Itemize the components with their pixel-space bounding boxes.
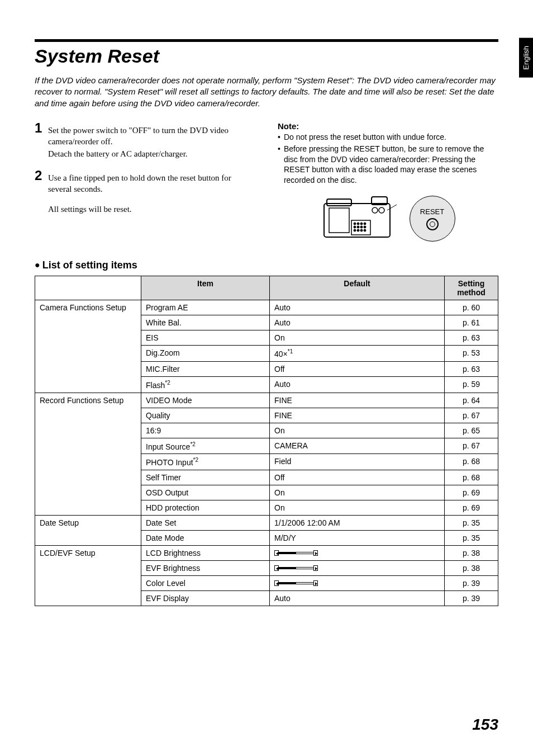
method-cell: p. 63 [445,361,498,376]
step-number: 2 [35,169,45,196]
step-body: Set the power switch to "OFF" to turn th… [48,121,255,161]
default-cell: Auto [270,376,445,393]
default-cell: Off [270,470,445,485]
category-cell: Date Setup [35,515,141,545]
svg-point-11 [354,226,356,228]
default-cell: CAMERA [270,438,445,454]
svg-point-10 [364,223,366,225]
method-cell: p. 69 [445,500,498,515]
item-cell: HDD protection [141,500,270,515]
slider-icon [274,580,318,587]
svg-point-3 [372,207,378,213]
default-cell: 1/1/2006 12:00 AM [270,515,445,530]
default-cell: Auto [270,590,445,606]
settings-table: Item Default Setting method Camera Funct… [35,276,498,606]
method-cell: p. 68 [445,470,498,485]
step-body: Use a fine tipped pen to hold down the r… [48,169,255,196]
item-cell: OSD Output [141,485,270,500]
camera-diagram: RESET [278,193,498,244]
svg-rect-1 [327,199,351,206]
default-cell: M/D/Y [270,530,445,545]
method-cell: p. 38 [445,545,498,560]
svg-point-15 [354,229,356,231]
svg-point-14 [364,226,366,228]
table-header-row: Item Default Setting method [35,276,498,300]
default-cell: On [270,423,445,438]
method-cell: p. 60 [445,300,498,315]
table-row: Date SetupDate Set1/1/2006 12:00 AMp. 35 [35,515,498,530]
table-row: Camera Functions SetupProgram AEAutop. 6… [35,300,498,315]
default-cell: Auto [270,315,445,330]
svg-point-8 [357,223,359,225]
steps-column: 1Set the power switch to "OFF" to turn t… [35,121,255,244]
method-cell: p. 68 [445,454,498,470]
item-cell: VIDEO Mode [141,393,270,408]
svg-marker-22 [276,567,278,570]
svg-point-17 [360,229,363,231]
svg-marker-24 [276,582,278,585]
default-cell [270,575,445,590]
method-cell: p. 69 [445,485,498,500]
method-cell: p. 67 [445,408,498,423]
item-cell: LCD Brightness [141,545,270,560]
svg-marker-21 [315,552,317,555]
camera-icon [321,193,405,244]
th-item: Item [141,276,270,300]
step-number: 1 [35,121,45,161]
method-cell: p. 35 [445,530,498,545]
item-cell: Color Level [141,575,270,590]
item-cell: 16:9 [141,423,270,438]
method-cell: p. 61 [445,315,498,330]
reset-button-icon [426,218,439,230]
method-cell: p. 64 [445,393,498,408]
two-column-layout: 1Set the power switch to "OFF" to turn t… [35,121,498,244]
svg-point-18 [364,229,366,231]
method-cell: p. 35 [445,515,498,530]
item-cell: Quality [141,408,270,423]
th-default: Default [270,276,445,300]
note-item: Before pressing the RESET button, be sur… [278,144,498,186]
svg-point-9 [360,223,363,225]
reset-callout: RESET [410,196,455,242]
svg-point-16 [357,229,359,231]
step-line: Detach the battery or AC adapter/charger… [48,148,255,159]
item-cell: Date Set [141,515,270,530]
default-cell: FINE [270,393,445,408]
method-cell: p. 63 [445,330,498,346]
item-cell: PHOTO Input*2 [141,454,270,470]
svg-marker-25 [315,582,317,585]
table-row: LCD/EVF SetupLCD Brightnessp. 38 [35,545,498,560]
category-cell: LCD/EVF Setup [35,545,141,606]
svg-point-7 [354,223,356,225]
default-cell: 40×*1 [270,346,445,362]
item-cell: Date Mode [141,530,270,545]
th-method: Setting method [445,276,498,300]
default-cell: FINE [270,408,445,423]
slider-icon [274,565,318,571]
category-cell: Camera Functions Setup [35,300,141,393]
svg-line-19 [387,205,397,210]
settings-heading: List of setting items [35,259,498,271]
svg-point-4 [379,207,384,213]
default-cell [270,545,445,560]
item-cell: Self Timer [141,470,270,485]
default-cell: Field [270,454,445,470]
table-row: Record Functions SetupVIDEO ModeFINEp. 6… [35,393,498,408]
method-cell: p. 39 [445,590,498,606]
slider-icon [274,550,318,556]
intro-paragraph: If the DVD video camera/recorder does no… [35,75,498,109]
svg-point-13 [360,226,363,228]
default-cell: On [270,485,445,500]
item-cell: White Bal. [141,315,270,330]
item-cell: Flash*2 [141,376,270,393]
svg-point-12 [357,226,359,228]
page-title: System Reset [35,45,498,67]
step: 2Use a fine tipped pen to hold down the … [35,169,255,196]
item-cell: MIC.Filter [141,361,270,376]
svg-rect-5 [329,208,349,233]
method-cell: p. 53 [445,346,498,362]
default-cell: Off [270,361,445,376]
reset-label: RESET [420,207,444,216]
item-cell: Dig.Zoom [141,346,270,362]
item-cell: EVF Brightness [141,560,270,575]
